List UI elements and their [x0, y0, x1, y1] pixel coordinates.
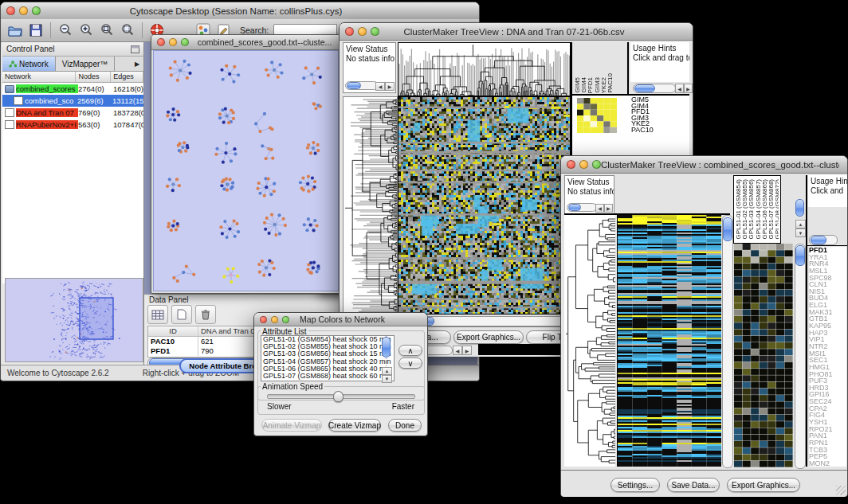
zoom-button[interactable] [282, 316, 289, 323]
minimize-button[interactable] [19, 6, 28, 15]
tv1-gene-labels: GIM5GIM4PFD1GIM3YKE2PAC10 [631, 97, 665, 135]
tv1-zoom-heatmap[interactable] [577, 98, 617, 133]
tv2-status-scroll-arrows[interactable]: ◀▶ [595, 204, 613, 213]
network-nodes-count: 563(0) [78, 120, 113, 129]
zoom-selected-icon[interactable] [99, 22, 115, 38]
create-vizmap-button[interactable]: Create Vizmap [328, 419, 381, 432]
close-button[interactable] [567, 160, 575, 169]
network-overview-panel[interactable] [5, 278, 143, 362]
tv1-gene-label[interactable]: PAC10 [631, 127, 665, 134]
network-table-header: Network Nodes Edges [2, 72, 143, 83]
tv2-view-status-panel: View StatusNo status info ◀▶ [564, 175, 614, 215]
minimize-button[interactable] [358, 27, 367, 36]
animate-vizmap-button[interactable]: Animate Vizmap [261, 419, 322, 432]
network-nodes-count: 2764(0) [78, 84, 113, 93]
tv2-gene-label[interactable]: MON2 [809, 460, 846, 467]
close-button[interactable] [260, 316, 267, 323]
network-edges-count: 183728(0) [113, 108, 143, 117]
open-folder-icon[interactable] [7, 22, 23, 38]
network-list-row[interactable]: combined_sco 2569(6) 13112(15) [2, 95, 143, 107]
network-nodes-count: 769(0) [78, 108, 113, 117]
float-panel-icon[interactable] [131, 45, 139, 53]
tv1-column-dendrogram[interactable] [398, 42, 571, 96]
tv1-view-status-panel: View StatusNo status info f ◀▶ [343, 42, 396, 93]
save-icon[interactable] [28, 22, 44, 38]
tv2-column-labels: GPL51-01 (GSM854)GPL51-02 (GSM855)GPL51-… [736, 178, 779, 240]
tab-overflow-arrow[interactable]: ▶ [131, 57, 143, 71]
tv1-usage-hints-panel: Usage HintsClick and drag to [630, 42, 689, 82]
tv2-row-dendrogram[interactable] [564, 215, 615, 467]
resize-grip[interactable] [836, 486, 846, 495]
tv1-column-label: PAC10 [607, 73, 614, 93]
tv1-title-bar[interactable]: ClusterMaker TreeView : DNA and Tran 07-… [340, 23, 693, 41]
network-list-row[interactable]: combined_scores 2764(0) 16218(0) [2, 83, 143, 95]
slider-thumb[interactable] [333, 391, 344, 402]
tv1-status-hscrollbar[interactable] [345, 81, 379, 90]
attribute-list: GPL51-01 (GSM854) heat shock 05 minGPL51… [261, 335, 395, 381]
delete-attribute-icon[interactable] [195, 305, 216, 324]
network-edges-count: 13112(15) [112, 96, 143, 105]
tv2-title-bar[interactable]: ClusterMaker TreeView : combined_scores_… [561, 156, 847, 174]
network-list-row[interactable]: RNAPuberNov2+I 563(0) 107847(0) [2, 119, 143, 131]
tv1-zoom-view-strip [478, 344, 564, 355]
zoom-fit-icon[interactable] [120, 22, 135, 38]
tv2-settings-button[interactable]: Settings... [610, 478, 660, 492]
network-list: combined_scores 2764(0) 16218(0) combine… [2, 83, 143, 283]
tv1-status-scroll-arrows[interactable]: ◀▶ [375, 82, 395, 91]
tv2-heatmap[interactable] [617, 215, 721, 467]
inner1-title-bar[interactable]: combined_scores_good.txt--cluste... [151, 35, 340, 50]
map-colors-dialog: Map Colors to Network Attribute List GPL… [253, 312, 428, 436]
inner1-title: combined_scores_good.txt--cluste... [189, 37, 340, 47]
close-button[interactable] [157, 38, 165, 46]
tv1-zoom-hscrollbar[interactable] [633, 84, 676, 93]
network-nodes-count: 2569(6) [77, 96, 112, 105]
tv1-heatmap[interactable] [398, 96, 571, 315]
minimize-button[interactable] [169, 38, 177, 46]
zoom-in-icon[interactable] [78, 22, 94, 38]
tab-vizmapper[interactable]: VizMapper™ [56, 57, 116, 71]
move-up-button[interactable]: ∧ [398, 345, 422, 356]
control-panel: Control Panel Network VizMapper™ ▶ Netwo… [2, 42, 144, 365]
tv2-export-graphics-button[interactable]: Export Graphics... [727, 478, 800, 492]
tv1-zoom-scroll-arrows[interactable]: ◀▶ [675, 84, 693, 93]
dialog-title-bar[interactable]: Map Colors to Network [254, 313, 427, 326]
minimize-button[interactable] [271, 316, 278, 323]
tab-network[interactable]: Network [2, 57, 56, 71]
close-button[interactable] [6, 6, 15, 15]
zoom-button[interactable] [592, 160, 601, 169]
move-down-button[interactable]: ∨ [398, 357, 422, 369]
new-attribute-icon[interactable] [171, 305, 192, 324]
zoom-button[interactable] [181, 38, 189, 46]
zoom-out-icon[interactable] [57, 22, 73, 38]
desktop: Cytoscape Desktop (Session Name: collins… [0, 0, 848, 504]
tv1-export-graphics-button[interactable]: Export Graphics... [453, 330, 524, 344]
tv2-bottom-bar: Settings... Save Data... Export Graphics… [561, 470, 847, 497]
zoom-button[interactable] [32, 6, 41, 15]
network-list-row[interactable]: DNA and Tran 07 769(0) 183728(0) [2, 107, 143, 119]
attribute-select-icon[interactable] [147, 305, 168, 324]
tv2-collabel-vscrollbar[interactable] [795, 177, 804, 218]
done-button[interactable]: Done [388, 419, 422, 432]
attribute-list-vscrollbar[interactable] [382, 336, 391, 368]
main-title-bar[interactable]: Cytoscape Desktop (Session Name: collins… [1, 2, 479, 20]
attribute-list-scroll-arrows[interactable]: ▲▼ [382, 367, 392, 383]
network-edges-count: 16218(0) [113, 84, 143, 93]
tv2-status-hscrollbar[interactable] [567, 203, 597, 212]
tv1-sub-scroll-arrows[interactable]: ◀▶ [453, 346, 472, 355]
network-canvas[interactable] [153, 50, 339, 291]
tv2-genelist-hscrollbar[interactable] [809, 235, 838, 245]
close-button[interactable] [345, 27, 354, 36]
minimize-button[interactable] [579, 160, 588, 169]
window-controls[interactable] [6, 6, 41, 15]
tv2-zoom-vscrollbar[interactable] [795, 244, 806, 469]
zoom-button[interactable] [371, 27, 379, 36]
tv2-collabel-arrows[interactable]: ▲▼ [795, 220, 806, 237]
faster-label: Faster [392, 402, 414, 411]
tv1-row-dendrogram[interactable] [343, 96, 398, 315]
attribute-list-item[interactable]: GPL51-07 (GSM868) heat shock 60 min [261, 373, 394, 380]
tv2-zoom-heatmap[interactable] [734, 244, 793, 467]
network-name: combined_sco [25, 96, 77, 105]
network-edges-count: 107847(0) [113, 120, 143, 129]
tv2-heatmap-vscrollbar[interactable] [722, 215, 733, 468]
tv2-save-data-button[interactable]: Save Data... [667, 478, 720, 492]
